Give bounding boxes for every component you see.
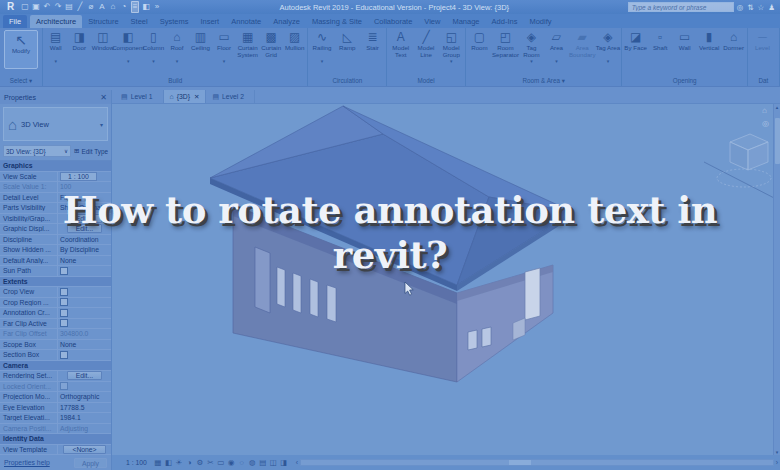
property-row[interactable]: Camera Positi... Adjusting bbox=[0, 424, 111, 435]
nav-icon[interactable]: ◎ bbox=[762, 120, 769, 128]
panel-label-room-area[interactable]: Room & Area ▾ bbox=[466, 75, 622, 86]
view-control-icon[interactable]: ⚙ bbox=[196, 458, 204, 467]
ribbon-button[interactable]: ▢ Room bbox=[467, 30, 492, 64]
property-value[interactable] bbox=[57, 308, 111, 318]
edit-type-button[interactable]: ⊞ Edit Type bbox=[74, 147, 108, 155]
qat-icon[interactable]: ▣ bbox=[32, 2, 40, 12]
property-row[interactable]: Detail Level Fine bbox=[0, 193, 111, 204]
property-value[interactable] bbox=[57, 382, 111, 392]
ribbon-button[interactable]: ◧ Component ▾ bbox=[115, 30, 142, 64]
property-value[interactable] bbox=[57, 266, 111, 276]
qat-icon[interactable]: ◧ bbox=[142, 2, 150, 12]
property-row[interactable]: Camera bbox=[0, 361, 111, 372]
property-row[interactable]: Extents bbox=[0, 277, 111, 288]
ribbon-button[interactable]: ─ Level bbox=[749, 30, 776, 64]
property-value[interactable]: By Discipline bbox=[57, 245, 111, 255]
view-control-icon[interactable]: ◧ bbox=[164, 458, 172, 467]
property-row[interactable]: Crop View bbox=[0, 287, 111, 298]
property-value[interactable]: Edit... bbox=[57, 214, 111, 224]
property-row[interactable]: Scope Box None bbox=[0, 340, 111, 351]
ribbon-tab[interactable]: Manage bbox=[446, 15, 485, 28]
property-row[interactable]: Identity Data bbox=[0, 434, 111, 445]
property-value[interactable]: None bbox=[57, 340, 111, 350]
property-row[interactable]: Graphic Displ... Edit... bbox=[0, 224, 111, 235]
property-row[interactable]: Annotation Cr... bbox=[0, 308, 111, 319]
view-control-icon[interactable]: ✂ bbox=[206, 458, 214, 467]
search-input[interactable] bbox=[628, 2, 734, 12]
scroll-left-icon[interactable]: ‹ bbox=[296, 459, 298, 466]
view-control-icon[interactable]: ◉ bbox=[227, 458, 235, 467]
property-value[interactable] bbox=[57, 287, 111, 297]
property-row[interactable]: Parts Visibility Show Original bbox=[0, 203, 111, 214]
titlebar-icon[interactable]: ☆ bbox=[758, 3, 765, 12]
scrollbar-thumb[interactable] bbox=[775, 118, 780, 164]
ribbon-button[interactable]: ≣ Stair bbox=[360, 30, 385, 64]
ribbon-button[interactable]: ◫ Window bbox=[91, 30, 115, 64]
ribbon-button[interactable]: ▦ Curtain System bbox=[236, 30, 260, 64]
property-value[interactable] bbox=[57, 319, 111, 329]
ribbon-tab[interactable]: Insert bbox=[194, 15, 225, 28]
view-control-icon[interactable]: ◨ bbox=[280, 458, 288, 467]
view-control-icon[interactable]: ◑ bbox=[185, 458, 193, 467]
qat-icon[interactable]: » bbox=[153, 2, 161, 12]
scale-button[interactable]: 1 : 100 bbox=[126, 459, 147, 466]
property-value[interactable]: Show Original bbox=[57, 203, 111, 213]
ribbon-button[interactable]: ▩ Curtain Grid bbox=[259, 30, 283, 64]
ribbon-button[interactable]: ◪ By Face bbox=[623, 30, 647, 64]
view-control-icon[interactable]: ▤ bbox=[259, 458, 267, 467]
drawing-area[interactable]: ▤ Level 1 ⌂ {3D} ✕ ▤ Level 2 bbox=[112, 90, 780, 455]
ribbon-tab[interactable]: Structure bbox=[82, 15, 124, 28]
ribbon-button[interactable]: ◰ Room Separator bbox=[492, 30, 519, 64]
ribbon-button[interactable]: ⌂ Dormer bbox=[721, 30, 745, 64]
property-value[interactable]: Edit... bbox=[57, 371, 111, 381]
property-row[interactable]: Far Clip Offset 304800.0 bbox=[0, 329, 111, 340]
property-row[interactable]: Graphics bbox=[0, 161, 111, 172]
property-row[interactable]: Locked Orient... bbox=[0, 382, 111, 393]
apply-button[interactable]: Apply bbox=[74, 458, 107, 468]
scroll-right-icon[interactable]: › bbox=[776, 459, 778, 466]
ribbon-button[interactable]: ⌂ Roof ▾ bbox=[165, 30, 189, 64]
revit-logo[interactable]: R bbox=[3, 1, 18, 13]
property-value[interactable]: <None> bbox=[57, 445, 111, 455]
qat-icon[interactable]: ◔ bbox=[120, 2, 128, 12]
ribbon-button[interactable]: ∿ Railing ▾ bbox=[309, 30, 334, 64]
view-control-icon[interactable]: ▭ bbox=[217, 458, 225, 467]
ribbon-tab[interactable]: Modify bbox=[523, 15, 557, 28]
ribbon-button[interactable]: ▥ Ceiling bbox=[189, 30, 213, 64]
ribbon-button[interactable]: ◈ Tag Area ▾ bbox=[595, 30, 620, 64]
property-value[interactable]: 100 bbox=[57, 182, 111, 192]
view-control-icon[interactable]: ☀ bbox=[175, 458, 183, 467]
scrollbar-thumb[interactable] bbox=[509, 460, 531, 465]
ribbon-button[interactable]: ▯ Column ▾ bbox=[142, 30, 166, 64]
ribbon-tab[interactable]: Analyze bbox=[267, 15, 306, 28]
qat-icon[interactable]: ╱ bbox=[76, 2, 84, 12]
qat-icon[interactable]: ▤ bbox=[65, 2, 73, 12]
property-value[interactable]: 304800.0 bbox=[57, 329, 111, 339]
property-row[interactable]: Section Box bbox=[0, 350, 111, 361]
property-row[interactable]: Far Clip Active bbox=[0, 319, 111, 330]
qat-icon[interactable]: ⌀ bbox=[87, 2, 95, 12]
property-row[interactable]: Show Hidden ... By Discipline bbox=[0, 245, 111, 256]
type-selector[interactable]: ⌂ 3D View ▾ bbox=[3, 107, 108, 141]
close-icon[interactable]: ✕ bbox=[100, 93, 107, 102]
ribbon-button[interactable]: ▰ Area Boundary bbox=[569, 30, 595, 64]
view-control-icon[interactable]: ◍ bbox=[248, 458, 256, 467]
view-tab[interactable]: ▤ Level 1 bbox=[115, 90, 164, 103]
ribbon-tab[interactable]: Architecture bbox=[30, 15, 82, 28]
view-tab[interactable]: ⌂ {3D} ✕ bbox=[164, 90, 207, 103]
view-control-icon[interactable]: ▦ bbox=[154, 458, 162, 467]
property-value[interactable] bbox=[57, 350, 111, 360]
property-row[interactable]: Projection Mo... Orthographic bbox=[0, 392, 111, 403]
property-value[interactable]: Coordination bbox=[57, 235, 111, 245]
nav-icon[interactable]: ⌂ bbox=[762, 107, 769, 115]
property-value[interactable]: Orthographic bbox=[57, 392, 111, 402]
ribbon-button[interactable]: ▭ Floor ▾ bbox=[212, 30, 236, 64]
ribbon-button[interactable]: ◈ Tag Room ▾ bbox=[519, 30, 544, 64]
ribbon-button[interactable]: ▱ Area ▾ bbox=[544, 30, 569, 64]
ribbon-tab[interactable]: View bbox=[418, 15, 446, 28]
property-value[interactable]: 17788.5 bbox=[57, 403, 111, 413]
ribbon-button[interactable]: A Model Text bbox=[388, 30, 413, 64]
ribbon-button[interactable]: ◱ Model Group ▾ bbox=[439, 30, 464, 64]
qat-icon[interactable]: ⌂ bbox=[109, 2, 117, 12]
instance-selector[interactable]: 3D View: {3D} ∨ bbox=[3, 145, 71, 157]
